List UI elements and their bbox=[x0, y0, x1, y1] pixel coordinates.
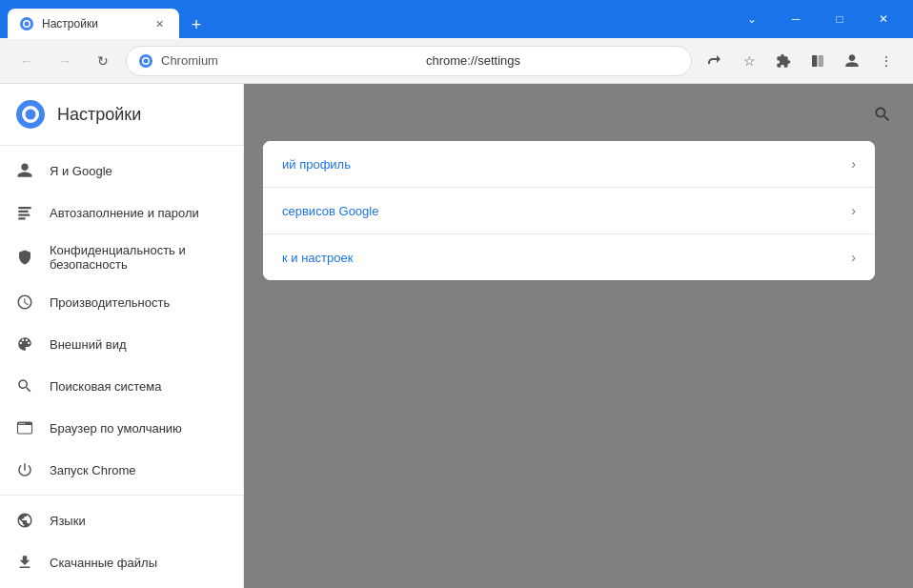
sidebar-item-me-google[interactable]: Я и Google bbox=[0, 150, 243, 192]
settings-card-profile-label: ий профиль bbox=[282, 157, 351, 172]
autofill-icon bbox=[15, 203, 34, 222]
settings-tab[interactable]: Настройки ✕ bbox=[8, 9, 179, 39]
tab-area: Настройки ✕ + bbox=[8, 0, 722, 38]
chevron-right-icon-import: › bbox=[851, 250, 856, 265]
settings-search-button[interactable] bbox=[867, 99, 898, 130]
sidebar-item-downloads[interactable]: Скачанные файлы bbox=[0, 541, 243, 583]
window-controls: ⌄ ─ □ ✕ bbox=[730, 0, 905, 38]
sidebar-divider-2 bbox=[0, 495, 243, 496]
url-text: chrome://settings bbox=[426, 53, 680, 68]
svg-point-18 bbox=[21, 423, 23, 425]
extension-icon[interactable] bbox=[768, 46, 799, 76]
power-icon bbox=[15, 460, 34, 479]
sidebar-item-search[interactable]: Поисковая система bbox=[0, 365, 243, 407]
sidebar-item-privacy-label: Конфиденциальность и безопасность bbox=[50, 243, 228, 272]
settings-card-google-services-label: сервисов Google bbox=[282, 204, 378, 218]
settings-card: ий профиль › сервисов Google › к и настр… bbox=[263, 141, 875, 280]
settings-card-profile-text: ий профиль bbox=[282, 157, 851, 172]
sidebar-item-performance[interactable]: Производительность bbox=[0, 281, 243, 323]
split-view-icon[interactable] bbox=[802, 46, 833, 76]
minimize-button[interactable]: ─ bbox=[774, 0, 818, 38]
person-icon bbox=[15, 161, 34, 180]
svg-point-10 bbox=[26, 110, 36, 120]
globe-icon bbox=[15, 511, 34, 530]
sidebar-title: Настройки bbox=[57, 105, 141, 125]
sidebar-item-privacy[interactable]: Конфиденциальность и безопасность bbox=[0, 233, 243, 281]
browser-icon bbox=[15, 418, 34, 437]
settings-card-profile[interactable]: ий профиль › bbox=[263, 141, 875, 188]
sidebar-item-default-browser-label: Браузер по умолчанию bbox=[50, 421, 182, 436]
sidebar: Настройки Я и Google Автозаполне bbox=[0, 84, 244, 588]
sidebar-item-accessibility[interactable]: Спец. возможности bbox=[0, 583, 243, 588]
maximize-button[interactable]: □ bbox=[818, 0, 862, 38]
sidebar-item-search-label: Поисковая система bbox=[50, 379, 162, 394]
chevron-right-icon-profile: › bbox=[851, 156, 856, 172]
page-area: ий профиль › сервисов Google › к и настр… bbox=[244, 84, 913, 588]
svg-rect-14 bbox=[18, 217, 26, 219]
main-content: Настройки Я и Google Автозаполне bbox=[0, 84, 913, 588]
url-favicon bbox=[138, 53, 153, 69]
settings-card-import[interactable]: к и настроек › bbox=[263, 234, 875, 280]
share-icon[interactable] bbox=[700, 46, 730, 76]
sidebar-item-autofill[interactable]: Автозаполнение и пароли bbox=[0, 192, 243, 233]
toolbar-icons: ☆ ⋮ bbox=[700, 46, 902, 76]
sidebar-header: Настройки bbox=[0, 84, 243, 141]
tab-close-button[interactable]: ✕ bbox=[151, 15, 168, 32]
sidebar-item-appearance-label: Внешний вид bbox=[50, 337, 127, 352]
sidebar-item-me-google-label: Я и Google bbox=[50, 164, 112, 178]
chevron-right-icon-google-services: › bbox=[851, 203, 856, 218]
site-name: Chromium bbox=[161, 53, 415, 68]
back-button[interactable]: ← bbox=[11, 46, 42, 76]
svg-rect-13 bbox=[18, 214, 30, 216]
sidebar-item-languages-label: Языки bbox=[50, 514, 86, 528]
menu-icon[interactable]: ⋮ bbox=[871, 46, 902, 76]
title-bar: Настройки ✕ + ⌄ ─ □ ✕ bbox=[0, 0, 913, 38]
download-icon bbox=[15, 553, 34, 572]
sidebar-item-appearance[interactable]: Внешний вид bbox=[0, 323, 243, 365]
shield-icon bbox=[15, 248, 34, 267]
url-bar[interactable]: Chromium chrome://settings bbox=[126, 46, 692, 76]
settings-card-google-services-text: сервисов Google bbox=[282, 204, 851, 218]
refresh-button[interactable]: ↻ bbox=[88, 46, 118, 76]
sidebar-item-autofill-label: Автозаполнение и пароли bbox=[50, 206, 199, 220]
bookmark-icon[interactable]: ☆ bbox=[734, 46, 764, 76]
sidebar-item-performance-label: Производительность bbox=[50, 295, 170, 310]
sidebar-divider bbox=[0, 145, 243, 146]
settings-card-google-services[interactable]: сервисов Google › bbox=[263, 188, 875, 234]
svg-rect-6 bbox=[812, 55, 817, 67]
sidebar-item-downloads-label: Скачанные файлы bbox=[50, 556, 157, 570]
palette-icon bbox=[15, 335, 34, 354]
svg-point-2 bbox=[25, 22, 30, 27]
svg-point-19 bbox=[24, 423, 26, 425]
tab-title: Настройки bbox=[42, 17, 143, 30]
svg-rect-12 bbox=[18, 211, 29, 213]
sidebar-item-languages[interactable]: Языки bbox=[0, 499, 243, 541]
svg-point-17 bbox=[19, 423, 21, 425]
profile-icon[interactable] bbox=[837, 46, 867, 76]
svg-rect-7 bbox=[819, 55, 823, 67]
svg-point-5 bbox=[144, 58, 149, 63]
chromium-logo bbox=[15, 99, 46, 130]
settings-card-import-text: к и настроек bbox=[282, 251, 851, 265]
sidebar-item-default-browser[interactable]: Браузер по умолчанию bbox=[0, 407, 243, 449]
window-menu-button[interactable]: ⌄ bbox=[730, 0, 774, 38]
speedometer-icon bbox=[15, 293, 34, 312]
address-bar: ← → ↻ Chromium chrome://settings ☆ bbox=[0, 38, 913, 84]
svg-rect-11 bbox=[18, 207, 31, 209]
close-button[interactable]: ✕ bbox=[862, 0, 905, 38]
new-tab-button[interactable]: + bbox=[183, 11, 210, 38]
sidebar-item-startup-label: Запуск Chrome bbox=[50, 463, 136, 477]
sidebar-item-startup[interactable]: Запуск Chrome bbox=[0, 449, 243, 491]
settings-card-import-label: к и настроек bbox=[282, 251, 353, 265]
tab-favicon bbox=[19, 16, 34, 31]
forward-button[interactable]: → bbox=[50, 46, 80, 76]
search-icon bbox=[15, 376, 34, 395]
